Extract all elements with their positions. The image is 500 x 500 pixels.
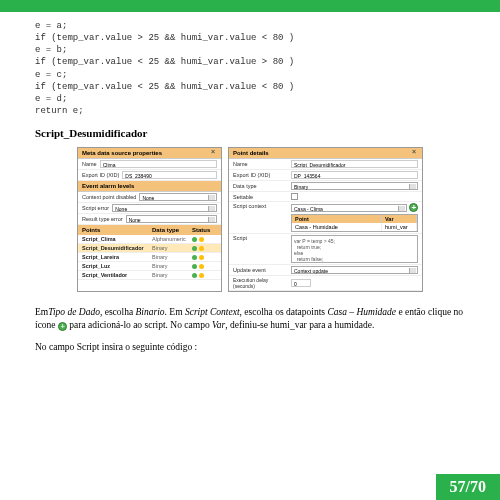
add-icon [58,322,67,331]
detail-settable-row: Settable [229,192,422,202]
detail-exec-row: Execution delay (seconds) 0 [229,276,422,291]
text-italic: Binario [136,307,165,317]
meta-header: Meta data source properties [78,148,221,159]
detail-update-row: Update event Context update [229,265,422,276]
top-bar [0,0,500,12]
detail-name-input[interactable]: Script_Desumidificador [291,160,418,168]
text-italic: Script Context [185,307,240,317]
detail-name-label: Name [233,161,288,167]
alarm-row-3: Result type error None [78,214,221,225]
ctx-table: Point Var Casa - Humidade humi_var [291,214,418,232]
status-icon [199,264,204,269]
detail-header: Point details [229,148,422,159]
status-icon [199,246,204,251]
alarm-label-3: Result type error [82,216,123,222]
save-icon[interactable] [211,150,217,156]
panels-figure: Meta data source properties Name Clima E… [35,147,465,292]
detail-panel: Point details Name Script_Desumidificado… [228,147,423,292]
detail-type-row: Data type Binary [229,181,422,192]
alarm-select-2[interactable]: None [112,204,217,212]
point-type: Binary [152,245,192,251]
meta-name-label: Name [82,161,97,167]
code-block: e = a; if (temp_var.value > 25 && humi_v… [35,20,465,117]
status-icon [192,273,197,278]
points-title: Points [82,227,152,233]
point-type: Binary [152,263,192,269]
point-name: Script_Clima [82,236,152,242]
ctx-select[interactable]: Casa - Clima [291,204,407,212]
point-type: Binary [152,272,192,278]
detail-title: Point details [233,150,269,156]
add-icon[interactable] [409,203,418,212]
detail-update-label: Update event [233,267,288,273]
meta-name-row: Name Clima [78,159,221,170]
table-row[interactable]: Script_Clima Alphanumeric [78,235,221,244]
panel-icons [412,150,418,157]
detail-script-row: Script var P = temp > 45; return true; e… [229,234,422,265]
settable-checkbox[interactable] [291,193,298,200]
point-status [192,264,217,269]
text: , definiu-se humi_var para a humidade. [225,320,374,330]
points-header: Points Data type Status [78,225,221,235]
alarm-select-1[interactable]: None [139,193,217,201]
ctx-var[interactable]: humi_var [382,223,417,231]
status-icon [199,255,204,260]
detail-exec-label: Execution delay (seconds) [233,277,288,289]
paragraph-2: No campo Script insira o seguinte código… [35,341,465,354]
meta-panel: Meta data source properties Name Clima E… [77,147,222,292]
meta-xid-input[interactable]: DS_238490 [122,171,217,179]
point-name: Script_Ventilador [82,272,152,278]
status-icon [192,246,197,251]
text: , escolha [100,307,136,317]
point-type: Binary [152,254,192,260]
text-italic: Tipo de Dado [48,307,100,317]
alarm-label-2: Script error [82,205,109,211]
text: . Em [165,307,185,317]
alarm-title: Event alarm levels [82,183,134,189]
text: , escolha os datapoints [240,307,328,317]
text-italic: Casa – Humidade [327,307,396,317]
point-name: Script_Luz [82,263,152,269]
status-icon [192,264,197,269]
detail-exec-input[interactable]: 0 [291,279,311,287]
ctx-table-row: Casa - Humidade humi_var [292,223,417,231]
point-name: Script_Desumidificador [82,245,152,251]
detail-xid-label: Export ID (XID) [233,172,288,178]
status-icon [199,237,204,242]
detail-type-select[interactable]: Binary [291,182,418,190]
alarm-header: Event alarm levels [78,181,221,192]
meta-title: Meta data source properties [82,150,162,156]
status-icon [192,237,197,242]
ctx-point: Casa - Humidade [292,223,382,231]
point-type: Alphanumeric [152,236,192,242]
detail-settable-label: Settable [233,194,288,200]
points-col-type: Data type [152,227,192,233]
alarm-row-1: Context point disabled None [78,192,221,203]
table-row[interactable]: Script_Luz Binary [78,262,221,271]
table-row[interactable]: Script_Desumidificador Binary [78,244,221,253]
alarm-select-3[interactable]: None [126,215,217,223]
table-row[interactable]: Script_Lareira Binary [78,253,221,262]
detail-script-label: Script [233,235,288,241]
paragraph-1: EmTipo de Dado, escolha Binario. Em Scri… [35,306,465,333]
meta-xid-label: Export ID (XID) [82,172,119,178]
point-status [192,237,217,242]
script-textarea[interactable]: var P = temp > 45; return true; else ret… [291,235,418,263]
meta-name-input[interactable]: Clima [100,160,217,168]
points-col-status: Status [192,227,217,233]
detail-ctx-label: Script context [233,203,288,209]
text-italic: Var [212,320,225,330]
ctx-col-point: Point [292,215,382,223]
alarm-label-1: Context point disabled [82,194,136,200]
detail-name-row: Name Script_Desumidificador [229,159,422,170]
ctx-table-head: Point Var [292,215,417,223]
table-row[interactable]: Script_Ventilador Binary [78,271,221,280]
page-number: 57/70 [436,474,500,500]
point-name: Script_Lareira [82,254,152,260]
detail-xid-input[interactable]: DP_143564 [291,171,418,179]
point-status [192,273,217,278]
text: para adicioná-lo ao script. No campo [67,320,212,330]
save-icon[interactable] [412,150,418,156]
detail-update-select[interactable]: Context update [291,266,418,274]
detail-ctx-row: Script context Casa - Clima Point Var Ca… [229,202,422,234]
